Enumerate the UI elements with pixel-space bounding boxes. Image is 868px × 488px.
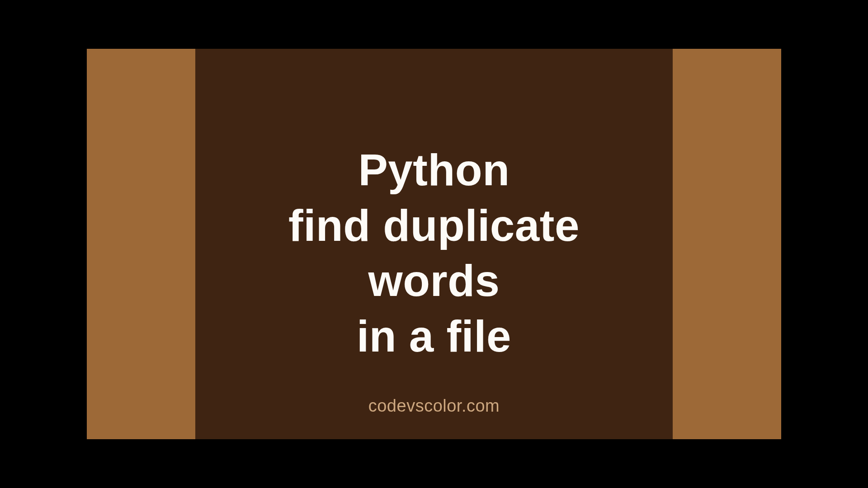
title-line-3: words — [288, 253, 580, 309]
banner-title: Python find duplicate words in a file — [288, 142, 580, 364]
title-line-4: in a file — [288, 309, 580, 364]
title-line-2: find duplicate — [288, 198, 580, 253]
title-line-1: Python — [288, 142, 580, 198]
banner-content: Python find duplicate words in a file — [87, 49, 781, 439]
banner-card: Python find duplicate words in a file co… — [87, 49, 781, 439]
site-label: codevscolor.com — [87, 396, 781, 416]
